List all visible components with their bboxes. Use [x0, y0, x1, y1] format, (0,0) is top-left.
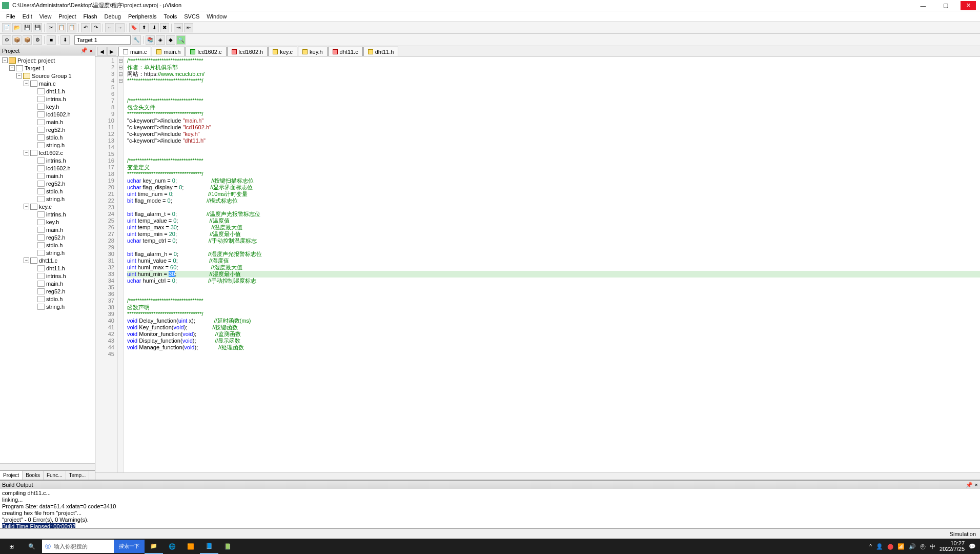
code-line-9[interactable]: **********************************/: [127, 111, 980, 117]
manage-books-button[interactable]: 📚: [146, 35, 155, 45]
expand-icon[interactable]: −: [24, 204, 29, 209]
tree-target[interactable]: −Target 1: [0, 64, 95, 72]
code-line-31[interactable]: uint humi_value = 0; //湿度值: [127, 258, 980, 264]
tree-header-main-h[interactable]: main.h: [0, 118, 95, 126]
code-line-38[interactable]: 函数声明: [127, 304, 980, 311]
code-line-15[interactable]: [127, 151, 980, 157]
tree-header-key-h[interactable]: key.h: [0, 218, 95, 226]
file-tab-dht11-c[interactable]: dht11.c: [328, 47, 363, 56]
code-line-29[interactable]: [127, 244, 980, 251]
manage-rte-button[interactable]: ◆: [166, 35, 175, 45]
panel-close-icon[interactable]: ×: [90, 48, 93, 54]
code-line-12[interactable]: "c-keyword">#include "key.h": [127, 131, 980, 137]
indent-button[interactable]: ⇥: [174, 23, 183, 32]
code-line-18[interactable]: **********************************/: [127, 171, 980, 177]
code-line-1[interactable]: /**********************************: [127, 57, 980, 64]
cut-button[interactable]: ✂: [47, 23, 56, 32]
task-app2[interactable]: 📗: [218, 539, 237, 554]
bookmark-clear-button[interactable]: ✖: [160, 23, 169, 32]
code-line-19[interactable]: uchar key_num = 0; //按键扫描标志位: [127, 177, 980, 184]
tree-header-intrins-h[interactable]: intrins.h: [0, 156, 95, 164]
editor-hscroll[interactable]: [95, 472, 980, 480]
code-line-21[interactable]: uint time_num = 0; //10ms计时变量: [127, 191, 980, 197]
save-all-button[interactable]: 💾: [33, 23, 42, 32]
code-line-42[interactable]: void Monitor_function(void); //监测函数: [127, 331, 980, 338]
panel-close-icon[interactable]: ×: [975, 482, 978, 488]
build-output-body[interactable]: compiling dht11.c...linking...Program Si…: [0, 489, 980, 528]
code-line-25[interactable]: uint temp_value = 0; //温度值: [127, 217, 980, 224]
task-browser[interactable]: 🌐: [163, 539, 181, 554]
tree-header-reg52-h[interactable]: reg52.h: [0, 233, 95, 241]
save-button[interactable]: 💾: [23, 23, 32, 32]
menu-edit[interactable]: Edit: [19, 12, 35, 21]
notification-icon[interactable]: 💬: [969, 543, 976, 550]
project-hscroll[interactable]: [0, 463, 95, 470]
code-line-33[interactable]: uint humi_min = 30; //湿度最小值: [127, 271, 980, 278]
code-line-24[interactable]: bit flag_alarm_t = 0; //温度声光报警标志位: [127, 211, 980, 217]
tree-header-string-h[interactable]: string.h: [0, 249, 95, 256]
tree-project-root[interactable]: −Project: project: [0, 56, 95, 64]
menu-peripherals[interactable]: Peripherals: [125, 12, 160, 21]
undo-button[interactable]: ↶: [81, 23, 90, 32]
fold-column[interactable]: ⊟⊟⊟⊟: [118, 56, 124, 472]
code-line-7[interactable]: /**********************************: [127, 97, 980, 104]
search-box[interactable]: ⓔ 输入你想搜的: [42, 540, 114, 553]
file-tab-key-h[interactable]: key.h: [298, 47, 327, 56]
file-tab-lcd1602-h[interactable]: lcd1602.h: [227, 47, 268, 56]
file-tab-lcd1602-c[interactable]: lcd1602.c: [186, 47, 226, 56]
tree-header-main-h[interactable]: main.h: [0, 172, 95, 180]
project-tree[interactable]: −Project: project−Target 1−Source Group …: [0, 55, 95, 463]
baidu-search-button[interactable]: 搜索一下: [114, 540, 145, 553]
tree-header-stdio-h[interactable]: stdio.h: [0, 133, 95, 141]
code-line-3[interactable]: 网站：https://www.mcuclub.cn/: [127, 71, 980, 77]
copy-button[interactable]: 📋: [57, 23, 66, 32]
tray-ime-icon[interactable]: ㊥: [920, 543, 926, 550]
redo-button[interactable]: ↷: [91, 23, 100, 32]
tree-header-intrins-h[interactable]: intrins.h: [0, 210, 95, 218]
menu-view[interactable]: View: [36, 12, 55, 21]
menu-tools[interactable]: Tools: [161, 12, 180, 21]
code-line-44[interactable]: void Manage_function(void); //处理函数: [127, 344, 980, 351]
tree-header-intrins-h[interactable]: intrins.h: [0, 272, 95, 280]
code-line-16[interactable]: /**********************************: [127, 157, 980, 164]
code-line-28[interactable]: uchar temp_ctrl = 0; //手动控制温度标志: [127, 238, 980, 244]
start-button[interactable]: ⊞: [1, 539, 22, 554]
tree-header-stdio-h[interactable]: stdio.h: [0, 187, 95, 195]
tree-header-lcd1602-h[interactable]: lcd1602.h: [0, 164, 95, 172]
code-line-22[interactable]: bit flag_mode = 0; //模式标志位: [127, 197, 980, 204]
file-tab-dht11-h[interactable]: dht11.h: [363, 47, 399, 56]
code-line-43[interactable]: void Display_function(void); //显示函数: [127, 338, 980, 344]
menu-debug[interactable]: Debug: [101, 12, 124, 21]
file-tab-key-c[interactable]: key.c: [268, 47, 297, 56]
code-content[interactable]: /**********************************作者：单片…: [124, 56, 980, 472]
expand-icon[interactable]: −: [24, 150, 29, 155]
code-line-6[interactable]: [127, 91, 980, 97]
code-line-34[interactable]: uchar humi_ctrl = 0; //手动控制湿度标志: [127, 278, 980, 284]
code-line-27[interactable]: uint temp_min = 20; //温度最小值: [127, 231, 980, 238]
tree-header-key-h[interactable]: key.h: [0, 103, 95, 110]
tray-people-icon[interactable]: 👤: [876, 543, 883, 550]
stop-build-button[interactable]: ■: [47, 35, 56, 45]
tree-header-reg52-h[interactable]: reg52.h: [0, 126, 95, 133]
task-folder[interactable]: 📁: [145, 539, 163, 554]
tab-functions[interactable]: Func...: [44, 471, 66, 480]
tree-source-group[interactable]: −Source Group 1: [0, 72, 95, 80]
code-line-39[interactable]: **********************************/: [127, 311, 980, 318]
code-line-17[interactable]: 变量定义: [127, 164, 980, 171]
bookmark-button[interactable]: 🔖: [129, 23, 138, 32]
tab-templates[interactable]: Temp...: [66, 471, 90, 480]
code-line-11[interactable]: "c-keyword">#include "lcd1602.h": [127, 124, 980, 131]
debug-button[interactable]: 🔍: [176, 35, 186, 45]
minimize-button[interactable]: —: [915, 1, 931, 10]
tab-nav-fwd[interactable]: ▶: [107, 47, 116, 56]
translate-button[interactable]: ⚙: [2, 35, 11, 45]
tree-header-string-h[interactable]: string.h: [0, 141, 95, 149]
menu-file[interactable]: File: [3, 12, 18, 21]
tray-record-icon[interactable]: ⬤: [887, 543, 893, 550]
code-line-4[interactable]: **********************************/: [127, 77, 980, 84]
search-icon[interactable]: 🔍: [22, 539, 42, 554]
tree-header-dht11-h[interactable]: dht11.h: [0, 264, 95, 272]
pin-icon[interactable]: 📌: [966, 482, 973, 488]
tree-header-reg52-h[interactable]: reg52.h: [0, 180, 95, 187]
code-line-14[interactable]: [127, 144, 980, 151]
